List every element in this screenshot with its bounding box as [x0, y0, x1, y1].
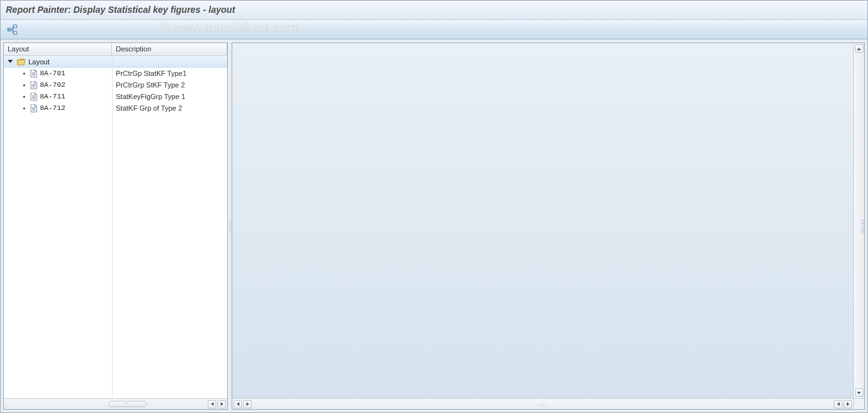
- content-scroll-up-button[interactable]: [855, 44, 863, 53]
- expand-hierarchy-icon: [7, 24, 17, 35]
- tree-body: Layout 8A-701 PrCtrGp StatKF Type1: [4, 56, 227, 398]
- tree-item-row[interactable]: 8A-701 PrCtrGp StatKF Type1: [4, 68, 227, 79]
- content-scroll-left-end-button[interactable]: [834, 400, 842, 408]
- content-panel: ⋯: [232, 42, 865, 410]
- document-icon: [30, 104, 37, 113]
- chevron-down-icon: [857, 392, 861, 394]
- chevron-right-icon: [246, 402, 249, 406]
- tree-item-desc: StatKeyFigGrp Type 1: [112, 93, 227, 100]
- tree-header: Layout Description: [4, 43, 227, 56]
- tree-item-code: 8A-711: [40, 93, 66, 100]
- tree-bullet-icon: [23, 107, 25, 109]
- chevron-right-icon: [847, 402, 849, 406]
- content-scroll-down-button[interactable]: [855, 389, 863, 397]
- chevron-up-icon: [857, 48, 861, 50]
- content-horizontal-scrollbar[interactable]: ⋯: [232, 398, 853, 409]
- tree-header-description[interactable]: Description: [112, 43, 227, 55]
- content-scroll-right-end-button[interactable]: [844, 400, 852, 408]
- svg-rect-2: [14, 32, 17, 34]
- chevron-left-icon: [211, 402, 214, 406]
- tree-item-row[interactable]: 8A-712 StatKF Grp of Type 2: [4, 102, 227, 114]
- document-icon: [30, 69, 37, 78]
- tree-scroll-left-button[interactable]: [208, 400, 216, 408]
- panel-resize-grip-icon[interactable]: [861, 219, 865, 234]
- tree-bullet-icon: [23, 73, 25, 75]
- tree-header-layout[interactable]: Layout: [4, 43, 112, 55]
- tree-horizontal-scrollbar[interactable]: [4, 398, 227, 409]
- tree-item-code: 8A-701: [40, 69, 66, 77]
- tree-item-row[interactable]: 8A-702 PrCtrGrp StKF Type 2: [4, 79, 227, 91]
- tree-column-divider[interactable]: [112, 56, 113, 398]
- expand-hierarchy-button[interactable]: [5, 23, 20, 37]
- page-title: Report Painter: Display Statistical key …: [1, 1, 867, 20]
- document-icon: [30, 93, 37, 101]
- tree-bullet-icon: [23, 96, 25, 98]
- tree-root-label: Layout: [28, 58, 50, 66]
- scroll-grip-icon: ⋯: [539, 401, 546, 408]
- tree-item-row[interactable]: 8A-711 StatKeyFigGrp Type 1: [4, 91, 227, 102]
- chevron-right-icon: [221, 402, 223, 406]
- content-scroll-left-button[interactable]: [234, 400, 242, 408]
- tree-scroll-right-button[interactable]: [217, 400, 226, 408]
- document-icon: [30, 81, 37, 89]
- scroll-corner: [853, 398, 864, 409]
- app-root: Report Painter: Display Statistical key …: [0, 0, 868, 413]
- tree-root-row[interactable]: Layout: [4, 56, 227, 68]
- toolbar: [1, 20, 867, 39]
- svg-rect-1: [14, 25, 17, 28]
- content-scroll-track[interactable]: ⋯: [253, 401, 833, 407]
- tree-item-code: 8A-712: [40, 104, 66, 112]
- collapse-caret-icon[interactable]: [8, 60, 13, 63]
- chevron-left-icon: [837, 402, 840, 406]
- tree-bullet-icon: [23, 84, 25, 86]
- main-split: Layout Description Layout: [1, 39, 867, 412]
- tree-scroll-thumb[interactable]: [108, 401, 147, 407]
- tree-panel: Layout Description Layout: [3, 42, 228, 410]
- tree-item-desc: StatKF Grp of Type 2: [112, 104, 227, 112]
- folder-open-icon: [17, 58, 26, 66]
- tree-item-desc: PrCtrGrp StKF Type 2: [112, 81, 227, 89]
- splitter-grip-icon: [229, 220, 231, 233]
- tree-item-desc: PrCtrGp StatKF Type1: [112, 69, 227, 77]
- tree-item-code: 8A-702: [40, 81, 66, 89]
- chevron-left-icon: [237, 402, 239, 406]
- content-scroll-right-button[interactable]: [243, 400, 252, 408]
